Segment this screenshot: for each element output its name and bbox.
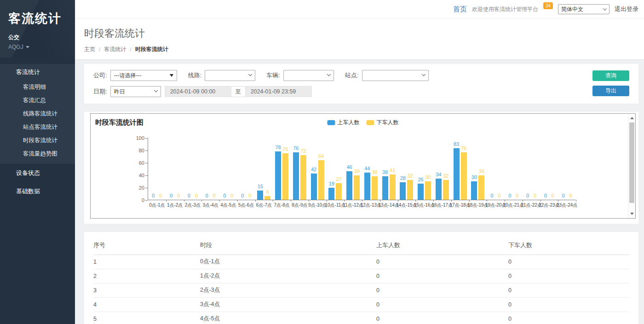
y-axis-tick — [145, 150, 148, 151]
bar-group: 0019点-20点 — [487, 138, 505, 200]
table-cell: 1点-2点 — [200, 269, 376, 284]
table-body: 10点-1点0021点-2点0032点-3点0043点-4点0054点-5点00… — [93, 255, 629, 324]
legend-item[interactable]: 下车人数 — [367, 119, 399, 127]
bar-alighting — [300, 155, 306, 200]
y-axis-label: 80 — [126, 148, 144, 153]
sidebar-subitem[interactable]: 客流汇总 — [0, 94, 75, 107]
company-label: 公司: — [93, 71, 107, 80]
y-axis-label: 40 — [126, 173, 144, 178]
page-title: 时段客流统计 — [84, 27, 635, 40]
y-axis-tick — [145, 175, 148, 176]
x-axis-tick — [540, 200, 541, 202]
user-dropdown[interactable]: AQGJ — [8, 44, 67, 50]
x-axis-tick — [219, 200, 220, 202]
table-column-header: 下车人数 — [508, 237, 629, 255]
chart-title: 时段车流统计图 — [95, 118, 144, 127]
legend-item[interactable]: 上车人数 — [328, 119, 360, 127]
app-root: 客流统计 公交 AQGJ 客流统计客流明细客流汇总线路客流统计站点客流统计时段客… — [0, 0, 644, 324]
bar-group: 0022点-23点 — [540, 138, 558, 200]
bar-alighting — [372, 176, 378, 200]
sidebar-section-item[interactable]: 设备状态 — [0, 164, 75, 182]
x-axis-tick — [433, 200, 434, 202]
date-preset-select[interactable]: 昨日 — [110, 86, 161, 97]
breadcrumb-section[interactable]: 客流统计 — [104, 46, 126, 53]
bar-group: 283214点-15点 — [398, 138, 416, 200]
chevron-down-icon — [248, 72, 252, 76]
table-cell: 0 — [508, 298, 629, 312]
x-axis-tick — [166, 200, 167, 202]
x-axis-label: 6点-7点 — [256, 202, 272, 208]
table-row: 54点-5点00 — [93, 312, 629, 324]
table-cell: 1 — [93, 255, 200, 269]
language-select[interactable]: 简体中文 — [558, 4, 610, 14]
bar-group: 263015点-16点 — [415, 138, 433, 200]
x-axis-label: 5点-6点 — [238, 202, 254, 208]
filter-row-date: 日期: 昨日 2024-01-09 00:00 至 2024-01-09 23:… — [93, 86, 587, 97]
breadcrumb: 主页 / 客流统计 / 时段客流统计 — [84, 46, 635, 53]
y-axis-tick — [145, 163, 148, 163]
chevron-down-icon — [154, 88, 157, 92]
line-select[interactable] — [205, 70, 255, 81]
bar-alighting — [461, 152, 467, 200]
chevron-down-icon — [603, 6, 607, 10]
time-slot-table: 序号时段上车人数下车人数 10点-1点0021点-2点0032点-3点0043点… — [93, 237, 629, 324]
bar-boarding — [454, 148, 460, 200]
x-axis-tick — [469, 200, 470, 202]
bar-boarding — [364, 173, 370, 200]
main-area: 首页 欢迎使用客流统计管理平台 34 简体中文 退出登录 时段客流统计 主页 /… — [75, 0, 644, 324]
x-axis-tick — [380, 200, 380, 202]
bar-alighting — [264, 196, 270, 200]
x-axis-tick — [327, 200, 327, 202]
table-row: 10点-1点00 — [93, 255, 629, 269]
table-cell: 2点-3点 — [200, 284, 376, 298]
export-button[interactable]: 导出 — [592, 86, 629, 96]
y-axis-label: 100 — [126, 135, 144, 141]
x-axis-tick — [309, 200, 309, 202]
scrollbar-thumb[interactable] — [629, 122, 634, 203]
line-label: 线路: — [188, 71, 202, 80]
x-axis-tick — [237, 200, 238, 202]
x-axis-tick — [273, 200, 273, 202]
bar-value-label: 15 — [253, 184, 268, 189]
bar-group: 343216点-17点 — [433, 138, 451, 200]
sidebar-subitem[interactable]: 站点客流统计 — [0, 121, 75, 134]
date-start-input[interactable]: 2024-01-09 00:00 — [165, 86, 231, 97]
sidebar-subitem[interactable]: 客流量趋势图 — [0, 147, 75, 161]
vehicle-select[interactable] — [283, 70, 334, 81]
scroll-up-icon[interactable] — [628, 115, 635, 122]
filter-panel: 公司: ---请选择--- 线路: 车辆: — [84, 64, 638, 104]
breadcrumb-home[interactable]: 主页 — [84, 46, 95, 53]
home-link[interactable]: 首页 — [453, 5, 467, 14]
y-axis-tick — [145, 188, 148, 188]
vehicle-label: 车辆: — [266, 71, 280, 80]
x-axis-label: 8点-9点 — [292, 202, 307, 208]
page-header: 时段客流统计 主页 / 客流统计 / 时段客流统计 — [75, 19, 644, 60]
sidebar-subitem[interactable]: 线路客流统计 — [0, 107, 75, 121]
table-cell: 0 — [376, 269, 508, 284]
x-axis-label: 2点-3点 — [185, 202, 201, 208]
company-select[interactable]: ---请选择--- — [110, 70, 177, 81]
sidebar-section: 基础数据 — [0, 182, 75, 201]
logout-link[interactable]: 退出登录 — [615, 5, 638, 13]
sidebar-section-item[interactable]: 客流统计 — [0, 64, 75, 81]
x-axis-label: 1点-2点 — [167, 202, 183, 208]
query-button[interactable]: 查询 — [592, 70, 629, 81]
bar-group: 002点-3点 — [184, 138, 202, 200]
triangle-down-icon — [170, 74, 173, 77]
sidebar-subitem[interactable]: 客流明细 — [0, 81, 75, 94]
station-select[interactable] — [362, 70, 429, 81]
table-header-row: 序号时段上车人数下车人数 — [93, 237, 629, 255]
top-navbar: 首页 欢迎使用客流统计管理平台 34 简体中文 退出登录 — [75, 0, 644, 19]
sidebar-section-item[interactable]: 基础数据 — [0, 182, 75, 201]
sidebar-subitem[interactable]: 时段客流统计 — [0, 134, 75, 147]
x-axis-tick — [487, 200, 487, 202]
breadcrumb-separator: / — [99, 46, 100, 53]
legend-label: 上车人数 — [338, 119, 360, 127]
chart-vertical-scrollbar[interactable] — [628, 114, 635, 218]
table-cell: 5 — [93, 312, 200, 324]
bar-group: 42649点-10点 — [309, 138, 327, 200]
y-axis-label: 0 — [126, 197, 144, 203]
filter-row-selects: 公司: ---请选择--- 线路: 车辆: — [93, 70, 587, 81]
date-end-input[interactable]: 2024-01-09 23:59 — [245, 86, 312, 97]
scroll-down-icon[interactable] — [628, 210, 635, 217]
